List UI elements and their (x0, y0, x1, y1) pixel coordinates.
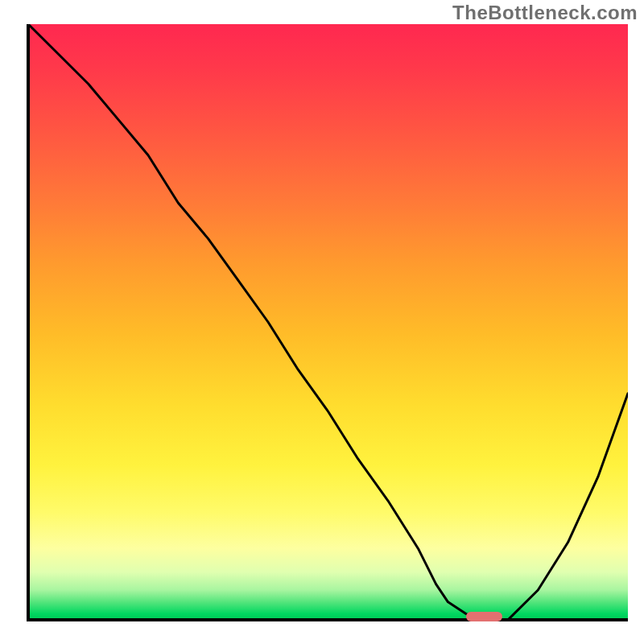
plot-area (28, 24, 628, 620)
optimum-marker (466, 612, 502, 621)
chart-container: TheBottleneck.com (0, 0, 644, 644)
x-axis (27, 618, 628, 621)
y-axis (27, 24, 30, 621)
watermark-text: TheBottleneck.com (452, 2, 638, 24)
